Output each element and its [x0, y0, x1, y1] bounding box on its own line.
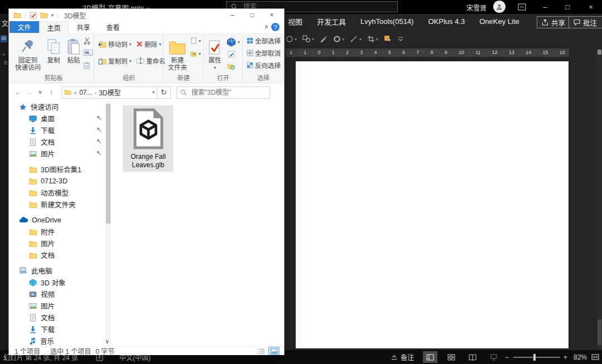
tab-view[interactable]: 查看	[98, 21, 128, 33]
sidebar-item[interactable]: 文档	[9, 136, 105, 148]
sidebar-item[interactable]: 快速访问	[9, 101, 105, 113]
thumbnail-view-button[interactable]	[268, 347, 280, 355]
folder-icon[interactable]	[13, 12, 21, 18]
share-button[interactable]: 共享	[537, 16, 570, 28]
select-none-button[interactable]: 全部取消	[247, 48, 281, 57]
sidebar-item[interactable]: 视频	[9, 288, 105, 300]
pane-tool-icon[interactable]	[1, 35, 7, 42]
zoom-slider-thumb[interactable]	[533, 354, 536, 361]
address-dropdown-icon[interactable]: ▾	[152, 90, 155, 95]
sidebar-scrollbar[interactable]	[105, 101, 111, 346]
ribbon-display-options-icon[interactable]	[518, 3, 526, 11]
zoom-in-button[interactable]: +	[564, 350, 567, 364]
explorer-close-button[interactable]: ×	[262, 9, 281, 21]
file-item-selected[interactable]: Orange Fall Leaves.glb	[123, 105, 174, 172]
paste-button[interactable]: 粘贴	[65, 35, 83, 64]
breadcrumb-current[interactable]: 3D模型	[99, 88, 121, 97]
slideshow-view-button[interactable]	[487, 351, 501, 363]
open-with-button[interactable]: ▾	[227, 37, 240, 47]
sidebar-item[interactable]: 图片	[9, 237, 105, 249]
ppt-tab[interactable]: OKPlus 4.3	[428, 17, 465, 26]
invert-selection-button[interactable]: 反向选择	[247, 61, 281, 70]
copy-path-button[interactable]: W..	[84, 50, 93, 56]
fit-to-window-icon[interactable]	[591, 350, 599, 364]
tab-file[interactable]: 文件	[9, 21, 39, 33]
scrollbar-thumb[interactable]	[598, 50, 601, 55]
pane-close-icon[interactable]: ×	[2, 52, 5, 57]
duplicate-shape-tool-icon[interactable]: ▾	[302, 35, 314, 43]
copy-button[interactable]: 复制	[45, 35, 62, 64]
select-all-button[interactable]: 全部选择	[247, 36, 281, 45]
move-to-button[interactable]: 移动到▾	[98, 40, 132, 48]
zoom-out-button[interactable]: −	[505, 350, 509, 364]
slide-sorter-view-button[interactable]	[444, 351, 459, 363]
sidebar-item[interactable]: OneDrive	[9, 214, 105, 226]
sidebar-item[interactable]: 下载	[9, 124, 105, 136]
crumb-prefix[interactable]: «	[74, 89, 77, 96]
forward-button[interactable]: →	[23, 88, 35, 96]
ppt-tab[interactable]: LvyhTools(0514)	[360, 17, 413, 26]
zoom-slider[interactable]	[513, 357, 560, 358]
reading-view-button[interactable]	[465, 351, 480, 363]
avatar[interactable]	[493, 1, 505, 13]
sidebar-scroll-down-icon[interactable]: ∨	[105, 338, 109, 345]
sidebar-item[interactable]: 文档	[9, 249, 105, 261]
recent-locations-icon[interactable]: ▾	[35, 88, 46, 96]
sidebar-item[interactable]: 桌面	[9, 113, 105, 124]
ppt-tab[interactable]: 开发工具	[317, 16, 346, 27]
back-button[interactable]: ←	[12, 88, 23, 96]
ppt-tab[interactable]: OneKey Lite	[479, 17, 519, 26]
pen-line-tool-icon[interactable]: ▾	[350, 35, 362, 43]
properties-button[interactable]: 属性 ▾	[206, 35, 223, 71]
ppt-close-button[interactable]: ×	[581, 0, 600, 14]
ppt-maximize-button[interactable]: □	[558, 0, 577, 14]
comments-button[interactable]: 批注	[569, 16, 602, 28]
ring-tool-icon[interactable]: ▾	[333, 35, 344, 43]
explorer-search-box[interactable]	[176, 86, 270, 99]
select-object-tool-icon[interactable]	[384, 35, 392, 43]
zoom-level[interactable]: 82%	[574, 350, 587, 364]
sidebar-item[interactable]: 下载	[9, 323, 105, 335]
sidebar-item[interactable]: 文档	[9, 312, 105, 323]
sidebar-item[interactable]: 图片	[9, 300, 105, 312]
toolbar-collapse-icon[interactable]	[398, 37, 403, 41]
sidebar-scrollbar-thumb[interactable]	[106, 104, 110, 224]
help-button[interactable]: ?	[271, 23, 280, 31]
ppt-minimize-button[interactable]: –	[536, 0, 555, 14]
ppt-tab[interactable]: 视图	[288, 16, 302, 27]
breadcrumb-parent[interactable]: 07...	[79, 89, 92, 96]
copy-to-button[interactable]: 复制到▾	[98, 56, 132, 65]
rename-button[interactable]: 重命名	[136, 56, 166, 65]
sidebar-item[interactable]: 0712-3D	[9, 175, 105, 187]
sidebar-item[interactable]: 附件	[9, 226, 105, 237]
folder-icon[interactable]	[40, 12, 48, 18]
details-view-button[interactable]	[256, 347, 267, 355]
slide-canvas[interactable]	[296, 61, 569, 348]
crop-tool-icon[interactable]: ▾	[367, 35, 378, 43]
cut-button[interactable]	[84, 37, 90, 45]
explorer-maximize-button[interactable]: □	[243, 9, 262, 21]
new-item-button[interactable]: ▾	[190, 37, 201, 44]
sidebar-item[interactable]: 此电脑	[9, 265, 105, 276]
qat-dropdown-icon[interactable]: ▾	[51, 13, 54, 18]
explorer-minimize-button[interactable]: –	[223, 9, 242, 21]
sidebar-item[interactable]: 3D图标合集1	[9, 163, 105, 175]
format-brush-tool-icon[interactable]	[320, 35, 328, 43]
refresh-button[interactable]: ↻	[157, 86, 171, 99]
notes-toggle[interactable]: 备注	[391, 350, 414, 364]
address-box[interactable]: « 07... › 3D模型 ▾	[61, 86, 157, 99]
explorer-search-input[interactable]	[190, 88, 259, 97]
sidebar-item[interactable]: 动态模型	[9, 187, 105, 198]
delete-button[interactable]: 删除▾	[136, 40, 161, 48]
ppt-vertical-scrollbar[interactable]	[597, 48, 602, 350]
tab-home[interactable]: 主页	[39, 21, 69, 33]
normal-view-button[interactable]	[423, 351, 437, 363]
edit-button[interactable]	[228, 51, 235, 58]
shape-circle-tool-icon[interactable]: ▾	[286, 35, 297, 43]
easy-access-button[interactable]: ▾	[190, 51, 201, 57]
tab-share[interactable]: 共享	[69, 21, 98, 33]
sidebar-item[interactable]: 3D 对象	[9, 276, 105, 288]
new-folder-button[interactable]: 新建 文件夹	[166, 35, 189, 71]
history-button[interactable]	[227, 63, 235, 70]
sidebar-item[interactable]: 新建文件夹	[9, 198, 105, 210]
